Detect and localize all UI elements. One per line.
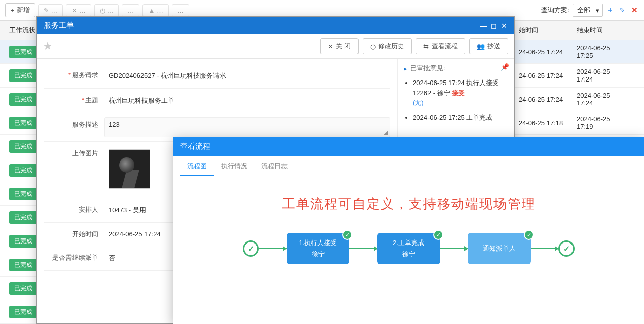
label-assignee: 安排人 xyxy=(44,202,104,214)
check-icon: ✓ xyxy=(524,230,534,240)
cell-end: 2024-06-25 17:24 xyxy=(571,68,629,83)
toolbar-btn-7[interactable]: … xyxy=(172,4,189,17)
modal-title: 服务工单 xyxy=(44,21,74,30)
add-button[interactable]: + 新增 xyxy=(5,3,35,17)
value-desc[interactable]: 123◢ xyxy=(104,117,390,137)
status-badge: 已完成 xyxy=(9,46,37,58)
approval-item-1: 2024-06-25 17:24 执行人接受 12262 - 徐宁 接受 (无) xyxy=(413,78,508,108)
check-icon: ✓ xyxy=(433,230,443,240)
status-badge: 已完成 xyxy=(9,306,37,318)
modal-toolbar: ★ ✕关 闭 ◷修改历史 ⇆查看流程 👥抄送 xyxy=(37,34,514,59)
pin-icon[interactable]: 📌 xyxy=(500,63,509,71)
status-badge: 已完成 xyxy=(9,188,37,200)
query-plan-label: 查询方案: xyxy=(541,6,569,15)
cell-end: 2024-06-25 17:25 xyxy=(571,44,629,59)
status-badge: 已完成 xyxy=(9,117,37,129)
process-viewer-modal: 查看流程 流程图 执行情况 流程日志 工单流程可自定义，支持移动端现场管理 ✓ … xyxy=(173,137,644,324)
flow-diagram: ✓ ✓ 1.执行人接受 徐宁 ✓ 2.工单完成 徐宁 ✓ 通知派单人 ✓ xyxy=(183,233,634,264)
label-start-time: 开始时间 xyxy=(44,227,104,239)
maximize-icon[interactable]: ◻ xyxy=(491,22,497,30)
plus-icon: + xyxy=(11,7,15,14)
cell-end: 2024-06-25 17:19 xyxy=(571,115,629,130)
status-badge: 已完成 xyxy=(9,211,37,224)
status-badge: 已完成 xyxy=(9,93,37,106)
x-icon: ✕ xyxy=(328,43,333,50)
resize-grip-icon[interactable]: ◢ xyxy=(384,129,388,136)
query-plan-value: 全部 xyxy=(577,6,590,14)
caret-down-icon: ▾ xyxy=(596,7,599,14)
tab-diagram[interactable]: 流程图 xyxy=(180,156,214,176)
view-process-button[interactable]: ⇆查看流程 xyxy=(416,38,465,54)
flow-start-node: ✓ xyxy=(243,240,259,257)
flow-node-2[interactable]: ✓ 2.工单完成 徐宁 xyxy=(377,233,440,264)
query-edit-icon[interactable]: ✎ xyxy=(618,6,627,15)
label-image: 上传图片 xyxy=(44,146,104,158)
process-modal-title: 查看流程 xyxy=(173,137,644,156)
add-label: 新增 xyxy=(17,6,30,15)
favorite-star-icon[interactable]: ★ xyxy=(43,40,53,53)
toolbar-btn-6[interactable]: ▲ … xyxy=(142,4,168,17)
cell-start: 24-06-25 17:24 xyxy=(514,48,571,56)
status-badge: 已完成 xyxy=(9,235,37,248)
flow-arrow xyxy=(349,248,377,249)
people-icon: 👥 xyxy=(477,43,485,50)
flow-arrow xyxy=(440,248,468,249)
toolbar-btn-2[interactable]: ✎ … xyxy=(38,4,63,17)
check-icon: ✓ xyxy=(342,230,352,240)
status-badge: 已完成 xyxy=(9,282,37,295)
status-badge: 已完成 xyxy=(9,259,37,271)
query-delete-icon[interactable]: ✕ xyxy=(630,6,639,15)
flag-icon: ▸ xyxy=(404,65,407,72)
header-start: 始时间 xyxy=(514,26,571,35)
cc-button[interactable]: 👥抄送 xyxy=(469,38,508,54)
status-badge: 已完成 xyxy=(9,164,37,177)
label-desc: 服务描述 xyxy=(44,117,104,129)
tab-execution[interactable]: 执行情况 xyxy=(214,156,254,176)
approval-heading: ▸ 已审批意见: xyxy=(404,64,508,73)
status-badge: 已完成 xyxy=(9,140,37,153)
process-tabs: 流程图 执行情况 流程日志 xyxy=(173,156,644,176)
minimize-icon[interactable]: — xyxy=(480,22,487,30)
cell-start: 24-06-25 17:24 xyxy=(514,72,571,79)
query-plan-select[interactable]: 全部 ▾ xyxy=(573,4,603,17)
clock-icon: ◷ xyxy=(370,43,376,50)
annotation-text: 工单流程可自定义，支持移动端现场管理 xyxy=(183,195,634,213)
accept-badge: 接受 xyxy=(452,89,465,97)
value-subject[interactable]: 杭州巨玩科技服务工单 xyxy=(104,93,390,109)
query-add-icon[interactable]: + xyxy=(606,6,615,15)
flow-node-1[interactable]: ✓ 1.执行人接受 徐宁 xyxy=(287,233,349,264)
flow-end-node: ✓ xyxy=(558,240,575,257)
header-end: 结束时间 xyxy=(571,26,629,35)
cell-start: 24-06-25 17:18 xyxy=(514,119,571,127)
label-subject: 主题 xyxy=(44,93,104,105)
toolbar-btn-5[interactable]: … xyxy=(122,4,139,17)
close-button[interactable]: ✕关 闭 xyxy=(320,38,359,54)
label-continue: 是否需继续派单 xyxy=(44,250,104,262)
uploaded-thumbnail[interactable] xyxy=(109,149,150,189)
flow-arrow xyxy=(531,248,558,249)
tab-log[interactable]: 流程日志 xyxy=(254,156,295,176)
approval-item-2: 2024-06-25 17:25 工单完成 xyxy=(413,113,508,123)
history-button[interactable]: ◷修改历史 xyxy=(363,38,412,54)
flow-arrow xyxy=(259,248,287,249)
status-badge: 已完成 xyxy=(9,69,37,82)
flow-node-3[interactable]: ✓ 通知派单人 xyxy=(468,233,531,264)
cell-start: 24-06-25 17:24 xyxy=(514,96,571,103)
label-service-request: 服务请求 xyxy=(44,68,104,80)
toolbar-btn-3[interactable]: ✕ … xyxy=(66,4,91,17)
modal-titlebar: 服务工单 — ◻ ✕ xyxy=(37,17,514,34)
cell-end: 2024-06-25 17:24 xyxy=(571,92,629,107)
share-icon: ⇆ xyxy=(423,43,429,50)
none-text: (无) xyxy=(413,99,424,106)
toolbar-btn-4[interactable]: ◷ … xyxy=(94,4,119,17)
value-service-request[interactable]: GD2024062527 - 杭州巨玩科技服务请求 xyxy=(104,68,390,84)
close-icon[interactable]: ✕ xyxy=(501,22,507,30)
